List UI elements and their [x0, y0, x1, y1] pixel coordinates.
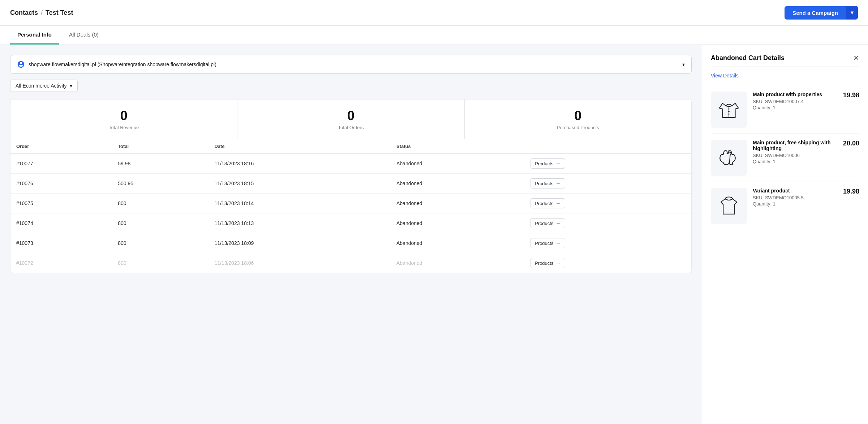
close-panel-button[interactable]: ✕ [853, 54, 859, 62]
product-name: Main product, free shipping with highlig… [753, 140, 837, 151]
order-actions: Products → [524, 213, 691, 233]
product-item: Variant product SKU: SWDEMO10005.5 Quant… [711, 182, 859, 230]
col-order: Order [10, 139, 112, 154]
product-image [711, 188, 747, 224]
product-item: Main product, free shipping with highlig… [711, 134, 859, 182]
product-item: Main product with properties SKU: SWDEMO… [711, 86, 859, 134]
svg-point-1 [728, 109, 730, 110]
products-button[interactable]: Products → [530, 258, 565, 268]
shopware-icon [17, 60, 25, 68]
product-sku: SKU: SWDEMO10007.4 [753, 99, 837, 104]
products-button[interactable]: Products → [530, 178, 565, 188]
arrow-icon: → [555, 240, 560, 246]
filter-label: All Ecommerce Activity [16, 83, 67, 89]
tab-personal-info[interactable]: Personal Info [10, 26, 59, 44]
product-info: Variant product SKU: SWDEMO10005.5 Quant… [753, 188, 837, 207]
order-date: 11/13/2023 18:06 [209, 253, 391, 273]
order-status: Abandoned [391, 174, 524, 194]
tab-all-deals[interactable]: All Deals (0) [62, 26, 106, 44]
svg-point-3 [728, 114, 730, 115]
panel-header: Abandoned Cart Details ✕ [711, 54, 859, 67]
filter-chevron-icon: ▾ [70, 83, 72, 89]
left-panel: shopware.flowmakersdigital.pl (ShopwareI… [0, 45, 702, 424]
store-selector[interactable]: shopware.flowmakersdigital.pl (ShopwareI… [10, 55, 692, 74]
svg-point-2 [728, 111, 730, 113]
order-date: 11/13/2023 18:16 [209, 154, 391, 174]
total-revenue-label: Total Revenue [16, 125, 231, 130]
table-row: #10075 800 11/13/2023 18:14 Abandoned Pr… [10, 194, 691, 213]
stat-purchased-products: 0 Purchased Products [465, 99, 691, 139]
product-name: Main product with properties [753, 92, 837, 97]
order-status: Abandoned [391, 154, 524, 174]
panel-title: Abandoned Cart Details [711, 54, 785, 62]
stat-total-revenue: 0 Total Revenue [10, 99, 237, 139]
orders-table: Order Total Date Status #10077 59.98 11/… [10, 139, 692, 273]
view-details-link[interactable]: View Details [711, 73, 859, 79]
total-orders-label: Total Orders [243, 125, 458, 130]
store-selector-left: shopware.flowmakersdigital.pl (ShopwareI… [17, 60, 216, 68]
campaign-button-group: Send a Campaign ▾ [785, 6, 858, 20]
product-sku: SKU: SWDEMO10006 [753, 153, 837, 158]
product-image [711, 92, 747, 128]
product-price: 20.00 [843, 140, 859, 147]
order-number: #10075 [10, 194, 112, 213]
breadcrumb-separator: / [41, 9, 43, 17]
arrow-icon: → [555, 260, 560, 266]
total-revenue-value: 0 [16, 108, 231, 123]
purchased-products-label: Purchased Products [470, 125, 686, 130]
ecommerce-activity-filter[interactable]: All Ecommerce Activity ▾ [10, 80, 78, 92]
send-campaign-caret-button[interactable]: ▾ [846, 6, 858, 20]
arrow-icon: → [555, 220, 560, 226]
order-actions: Products → [524, 174, 691, 194]
total-orders-value: 0 [243, 108, 458, 123]
product-quantity: Quantity: 1 [753, 105, 837, 110]
product-sku: SKU: SWDEMO10005.5 [753, 195, 837, 200]
order-total: 800 [112, 194, 209, 213]
order-total: 800 [112, 213, 209, 233]
table-row: #10077 59.98 11/13/2023 18:16 Abandoned … [10, 154, 691, 174]
col-status: Status [391, 139, 524, 154]
breadcrumb-contacts[interactable]: Contacts [10, 9, 38, 17]
order-total: 800 [112, 253, 209, 273]
order-status: Abandoned [391, 213, 524, 233]
table-row: #10073 800 11/13/2023 18:09 Abandoned Pr… [10, 233, 691, 253]
order-status: Abandoned [391, 233, 524, 253]
product-quantity: Quantity: 1 [753, 159, 837, 164]
product-price: 19.98 [843, 188, 859, 195]
product-quantity: Quantity: 1 [753, 201, 837, 207]
tabs-bar: Personal Info All Deals (0) [0, 26, 868, 45]
order-status: Abandoned [391, 194, 524, 213]
send-campaign-button[interactable]: Send a Campaign [785, 6, 846, 20]
arrow-icon: → [555, 181, 560, 186]
store-name: shopware.flowmakersdigital.pl (ShopwareI… [29, 62, 216, 67]
order-total: 500.95 [112, 174, 209, 194]
products-button[interactable]: Products → [530, 158, 565, 169]
products-button[interactable]: Products → [530, 198, 565, 208]
right-panel: Abandoned Cart Details ✕ View Details Ma… [702, 45, 868, 424]
breadcrumb: Contacts / Test Test [10, 9, 73, 17]
filter-bar: All Ecommerce Activity ▾ [10, 80, 692, 92]
order-actions: Products → [524, 253, 691, 273]
products-button[interactable]: Products → [530, 218, 565, 228]
order-date: 11/13/2023 18:15 [209, 174, 391, 194]
breadcrumb-contact-name: Test Test [46, 9, 73, 17]
order-actions: Products → [524, 194, 691, 213]
table-row: #10072 800 11/13/2023 18:06 Abandoned Pr… [10, 253, 691, 273]
product-info: Main product, free shipping with highlig… [753, 140, 837, 164]
table-row: #10076 500.95 11/13/2023 18:15 Abandoned… [10, 174, 691, 194]
order-date: 11/13/2023 18:14 [209, 194, 391, 213]
col-date: Date [209, 139, 391, 154]
products-button[interactable]: Products → [530, 238, 565, 248]
order-status: Abandoned [391, 253, 524, 273]
arrow-icon: → [555, 161, 560, 166]
order-total: 800 [112, 233, 209, 253]
store-selector-chevron: ▾ [682, 62, 685, 67]
product-image [711, 140, 747, 176]
order-number: #10074 [10, 213, 112, 233]
order-number: #10072 [10, 253, 112, 273]
product-name: Variant product [753, 188, 837, 194]
order-total: 59.98 [112, 154, 209, 174]
order-number: #10073 [10, 233, 112, 253]
top-header: Contacts / Test Test Send a Campaign ▾ [0, 0, 868, 26]
arrow-icon: → [555, 200, 560, 206]
